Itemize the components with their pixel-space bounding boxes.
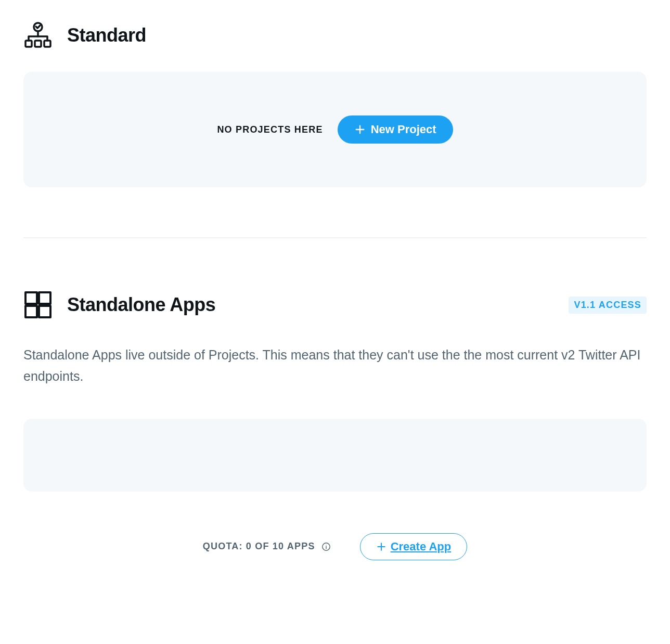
svg-rect-2 bbox=[35, 41, 41, 47]
info-icon[interactable] bbox=[321, 542, 331, 551]
svg-rect-5 bbox=[39, 292, 50, 304]
section-divider bbox=[23, 237, 647, 238]
standard-title: Standard bbox=[67, 24, 146, 46]
apps-footer: Quota: 0 of 10 Apps Create App bbox=[23, 533, 647, 560]
svg-rect-3 bbox=[44, 41, 50, 47]
svg-rect-1 bbox=[25, 41, 32, 47]
new-project-button[interactable]: New Project bbox=[338, 115, 453, 144]
plus-icon bbox=[376, 542, 386, 552]
apps-empty-panel bbox=[23, 419, 647, 492]
new-project-button-label: New Project bbox=[371, 123, 436, 136]
create-app-button[interactable]: Create App bbox=[360, 533, 468, 560]
standard-section-header: Standard bbox=[23, 21, 647, 50]
access-badge: V1.1 Access bbox=[569, 297, 647, 314]
svg-rect-6 bbox=[25, 306, 37, 317]
svg-rect-4 bbox=[25, 292, 37, 304]
plus-icon bbox=[354, 124, 366, 135]
apps-grid-icon bbox=[23, 290, 53, 319]
create-app-button-label: Create App bbox=[391, 540, 452, 553]
standalone-title: Standalone Apps bbox=[67, 294, 215, 316]
standalone-section-header: Standalone Apps V1.1 Access bbox=[23, 290, 647, 319]
quota-label: Quota: 0 of 10 Apps bbox=[203, 541, 315, 552]
hierarchy-icon bbox=[23, 21, 53, 50]
standalone-description: Standalone Apps live outside of Projects… bbox=[23, 344, 647, 388]
quota-indicator: Quota: 0 of 10 Apps bbox=[203, 541, 331, 552]
projects-empty-panel: No projects here New Project bbox=[23, 72, 647, 187]
svg-point-9 bbox=[326, 545, 326, 545]
no-projects-label: No projects here bbox=[217, 124, 323, 135]
svg-rect-7 bbox=[39, 306, 50, 317]
